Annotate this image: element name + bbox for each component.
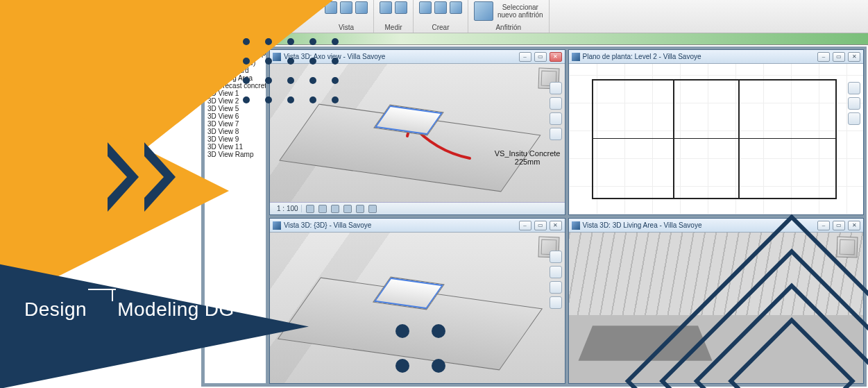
- overlay-chevrons-icon: [108, 142, 181, 212]
- maximize-button[interactable]: ▭: [833, 221, 845, 230]
- browser-item[interactable]: 3D View Ramp: [206, 151, 264, 158]
- nav-bar: [550, 251, 563, 309]
- close-button[interactable]: ✕: [550, 221, 562, 230]
- view-type-icon: [572, 53, 580, 61]
- select-host-icon[interactable]: [474, 1, 493, 21]
- logo-word-1: Design: [24, 298, 87, 321]
- logo-word-3: DG: [205, 298, 235, 321]
- hide-isolate-icon[interactable]: [368, 205, 377, 213]
- zoom-icon[interactable]: [550, 281, 562, 294]
- logo-word-2: Modeling: [117, 298, 199, 321]
- ribbon-panel-label: Anfitrión: [495, 24, 521, 31]
- viewport-floorplan: Plano de planta: Level 2 - Villa Savoye …: [568, 49, 865, 215]
- maximize-button[interactable]: ▭: [534, 221, 547, 230]
- minimize-button[interactable]: –: [519, 52, 531, 62]
- viewport-titlebar[interactable]: Vista 3D: {3D} - Villa Savoye – ▭ ✕: [270, 219, 565, 233]
- overlay-dot-grid-large: [395, 324, 447, 388]
- browser-item[interactable]: 3D View 8: [206, 128, 264, 135]
- ribbon-tool-icon[interactable]: [380, 1, 392, 14]
- view-control-bar: 1 : 100: [270, 202, 565, 214]
- sun-path-icon[interactable]: [331, 205, 339, 213]
- nav-wheel-icon[interactable]: [550, 82, 562, 94]
- nav-bar: [848, 82, 862, 125]
- browser-item[interactable]: 3D View 7: [206, 120, 264, 128]
- viewport-titlebar[interactable]: Plano de planta: Level 2 - Villa Savoye …: [569, 50, 864, 64]
- pan-icon[interactable]: [848, 97, 860, 110]
- minimize-button[interactable]: –: [817, 52, 830, 62]
- ribbon-tool-icon[interactable]: [355, 1, 368, 14]
- nav-wheel-icon[interactable]: [550, 251, 562, 263]
- select-host-label: Seleccionar nuevo anfitrión: [497, 3, 543, 19]
- nav-bar: [550, 82, 563, 140]
- ribbon-tool-icon[interactable]: [395, 1, 407, 14]
- zoom-icon[interactable]: [848, 112, 860, 125]
- shadows-icon[interactable]: [343, 205, 352, 213]
- nav-wheel-icon[interactable]: [848, 82, 860, 94]
- ribbon-panel-crear: Crear: [414, 0, 468, 33]
- ribbon-tool-icon[interactable]: [419, 1, 432, 14]
- overlay-dot-grid: [243, 38, 340, 105]
- viewport-titlebar[interactable]: Vista 3D: 3D Living Area - Villa Savoye …: [569, 219, 864, 233]
- close-button[interactable]: ✕: [848, 221, 860, 230]
- visual-style-icon[interactable]: [318, 205, 327, 213]
- viewport-title-text: Vista 3D: {3D} - Villa Savoye: [284, 221, 371, 229]
- view-type-icon: [273, 221, 281, 230]
- view-scale[interactable]: 1 : 100: [274, 205, 302, 212]
- viewport-canvas[interactable]: [569, 64, 864, 214]
- browser-item[interactable]: 3D View 11: [206, 143, 264, 151]
- viewport-title-text: Vista 3D: 3D Living Area - Villa Savoye: [583, 221, 702, 229]
- close-button[interactable]: ✕: [550, 52, 562, 62]
- close-button[interactable]: ✕: [848, 52, 860, 62]
- minimize-button[interactable]: –: [817, 221, 830, 230]
- viewcube-icon[interactable]: [836, 236, 858, 258]
- ribbon-panel-vista: Vista: [319, 0, 374, 33]
- ribbon-panel-label: Medir: [384, 24, 402, 31]
- ribbon-panel-label: Vista: [339, 24, 354, 31]
- viewport-title-text: Plano de planta: Level 2 - Villa Savoye: [583, 53, 701, 60]
- view-type-icon: [572, 221, 580, 230]
- pan-icon[interactable]: [550, 97, 562, 110]
- minimize-button[interactable]: –: [519, 221, 531, 230]
- ribbon-tool-icon[interactable]: [450, 1, 462, 14]
- markup-arrow-icon: [393, 117, 477, 165]
- ribbon-panel-medir: Medir: [374, 0, 414, 33]
- orbit-icon[interactable]: [550, 296, 562, 309]
- orbit-icon[interactable]: [550, 128, 562, 140]
- brand-logo: Design Modeling DG: [24, 298, 235, 321]
- zoom-icon[interactable]: [550, 112, 562, 125]
- ribbon-tool-icon[interactable]: [434, 1, 447, 14]
- browser-item[interactable]: 3D View 6: [206, 112, 264, 120]
- browser-item[interactable]: 3D View 5: [206, 105, 264, 112]
- browser-item[interactable]: 3D View 9: [206, 135, 264, 143]
- ribbon-tool-icon[interactable]: [340, 1, 352, 14]
- maximize-button[interactable]: ▭: [534, 52, 547, 62]
- ribbon-panel-label: Crear: [432, 24, 449, 31]
- ribbon-panel-anfitrion: Seleccionar nuevo anfitrión Anfitrión: [468, 0, 550, 33]
- detail-level-icon[interactable]: [306, 205, 314, 213]
- crop-icon[interactable]: [356, 205, 364, 213]
- pan-icon[interactable]: [550, 266, 562, 278]
- element-annotation: VS_Insitu Concrete 225mm: [495, 149, 561, 166]
- maximize-button[interactable]: ▭: [833, 52, 845, 62]
- crane-icon: [88, 301, 116, 321]
